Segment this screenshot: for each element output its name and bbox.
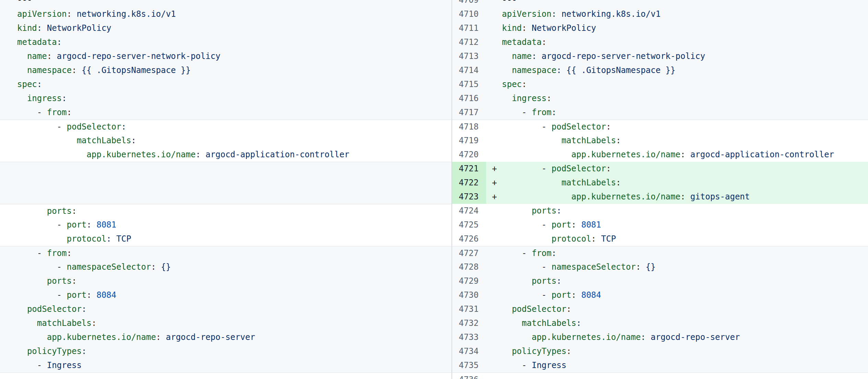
new-line-number[interactable]: 4731 bbox=[451, 302, 486, 316]
code-token: port bbox=[552, 220, 572, 230]
code-token: NetworkPolicy bbox=[532, 23, 596, 33]
code-token bbox=[502, 178, 561, 187]
new-code-cell: --- bbox=[502, 372, 868, 379]
line-marker bbox=[486, 358, 502, 372]
line-marker bbox=[486, 260, 502, 274]
diff-row: ports:4729 ports: bbox=[0, 274, 868, 288]
code-token: ports bbox=[47, 276, 72, 286]
diff-row: kind: NetworkPolicy4711kind: NetworkPoli… bbox=[0, 21, 868, 35]
code-token: policyTypes bbox=[27, 346, 82, 356]
new-line-number[interactable]: 4722 bbox=[451, 176, 486, 190]
diff-row: app.kubernetes.io/name: argocd-repo-serv… bbox=[0, 330, 868, 344]
new-line-number[interactable]: 4713 bbox=[451, 49, 486, 63]
new-line-number[interactable]: 4712 bbox=[451, 35, 486, 49]
code-token: : bbox=[156, 332, 166, 342]
code-token: : bbox=[552, 248, 556, 258]
code-token: 8084 bbox=[581, 290, 601, 300]
diff-row: podSelector:4731 podSelector: bbox=[0, 302, 868, 316]
code-token: : bbox=[566, 304, 571, 314]
code-token: metadata bbox=[502, 37, 542, 47]
code-token: ingress bbox=[27, 94, 62, 103]
new-line-number[interactable]: 4710 bbox=[451, 7, 486, 21]
new-line-number[interactable]: 4723 bbox=[451, 190, 486, 204]
old-code-cell: - podSelector: bbox=[0, 120, 451, 134]
code-token bbox=[17, 65, 27, 75]
new-line-number[interactable]: 4725 bbox=[451, 218, 486, 232]
new-line-number[interactable]: 4726 bbox=[451, 232, 486, 246]
code-token: --- bbox=[502, 0, 517, 5]
diff-row: - Ingress4735 - Ingress bbox=[0, 358, 868, 372]
new-line-number[interactable]: 4709 bbox=[451, 0, 486, 7]
code-token: matchLabels bbox=[561, 178, 616, 187]
new-line-number[interactable]: 4717 bbox=[451, 106, 486, 120]
code-token: : bbox=[121, 122, 126, 132]
diff-row: ---4709--- bbox=[0, 0, 868, 7]
new-line-number[interactable]: 4711 bbox=[451, 21, 486, 35]
code-token: : bbox=[606, 164, 611, 173]
added-line-marker: + bbox=[486, 176, 502, 190]
old-code-cell: apiVersion: networking.k8s.io/v1 bbox=[0, 7, 451, 21]
diff-rows: ---4709---apiVersion: networking.k8s.io/… bbox=[0, 0, 868, 379]
line-marker bbox=[486, 344, 502, 358]
diff-row: ingress:4716 ingress: bbox=[0, 91, 868, 106]
diff-row: - from:4717 - from: bbox=[0, 106, 868, 120]
code-token bbox=[17, 94, 27, 103]
code-token: - bbox=[502, 360, 532, 370]
new-code-cell: name: argocd-repo-server-network-policy bbox=[502, 49, 868, 63]
new-line-number[interactable]: 4735 bbox=[451, 358, 486, 372]
new-line-number[interactable]: 4727 bbox=[451, 246, 486, 260]
code-token: {} bbox=[646, 262, 656, 272]
new-line-number[interactable]: 4736 bbox=[451, 372, 486, 379]
code-token: : bbox=[606, 122, 611, 132]
new-line-number[interactable]: 4729 bbox=[451, 274, 486, 288]
new-line-number[interactable]: 4715 bbox=[451, 77, 486, 91]
new-code-cell: policyTypes: bbox=[502, 344, 868, 358]
code-token: : bbox=[37, 23, 47, 33]
old-code-cell: protocol: TCP bbox=[0, 232, 451, 246]
code-token: argocd-application-controller bbox=[690, 150, 834, 159]
code-token: argocd-repo-server-network-policy bbox=[542, 51, 705, 61]
code-token: : bbox=[131, 136, 136, 145]
new-line-number[interactable]: 4716 bbox=[451, 91, 486, 106]
new-line-number[interactable]: 4724 bbox=[451, 204, 486, 218]
code-token bbox=[17, 51, 27, 61]
code-token: podSelector bbox=[512, 304, 566, 314]
new-line-number[interactable]: 4733 bbox=[451, 330, 486, 344]
code-token bbox=[502, 136, 561, 145]
new-code-cell: kind: NetworkPolicy bbox=[502, 21, 868, 35]
code-token: : bbox=[576, 318, 581, 328]
diff-row: 4721+ - podSelector: bbox=[0, 162, 868, 176]
new-code-cell: - from: bbox=[502, 246, 868, 260]
new-code-cell: ports: bbox=[502, 204, 868, 218]
code-token bbox=[502, 276, 532, 286]
new-line-number[interactable]: 4730 bbox=[451, 288, 486, 302]
code-token: : bbox=[571, 290, 581, 300]
code-token: : bbox=[591, 234, 601, 244]
line-marker bbox=[486, 218, 502, 232]
old-code-cell: name: argocd-repo-server-network-policy bbox=[0, 49, 451, 63]
new-line-number[interactable]: 4728 bbox=[451, 260, 486, 274]
new-line-number[interactable]: 4732 bbox=[451, 316, 486, 330]
new-line-number[interactable]: 4719 bbox=[451, 134, 486, 148]
new-line-number[interactable]: 4720 bbox=[451, 148, 486, 162]
line-marker bbox=[486, 21, 502, 35]
code-token: matchLabels bbox=[522, 318, 576, 328]
code-token: matchLabels bbox=[37, 318, 92, 328]
line-marker bbox=[486, 148, 502, 162]
line-marker bbox=[486, 330, 502, 344]
old-empty-placeholder bbox=[0, 162, 451, 176]
new-line-number[interactable]: 4718 bbox=[451, 120, 486, 134]
code-token: {{ .GitopsNamespace }} bbox=[82, 65, 191, 75]
code-token: : bbox=[552, 108, 556, 117]
new-line-number[interactable]: 4721 bbox=[451, 162, 486, 176]
code-token: namespaceSelector bbox=[552, 262, 636, 272]
code-token: argocd-repo-server bbox=[166, 332, 255, 342]
new-line-number[interactable]: 4714 bbox=[451, 63, 486, 77]
old-code-cell: --- bbox=[0, 372, 451, 379]
code-token: {} bbox=[161, 262, 171, 272]
new-line-number[interactable]: 4734 bbox=[451, 344, 486, 358]
old-code-cell: policyTypes: bbox=[0, 344, 451, 358]
old-code-cell: ports: bbox=[0, 204, 451, 218]
code-token: : bbox=[82, 304, 86, 314]
code-token: from bbox=[47, 248, 67, 258]
